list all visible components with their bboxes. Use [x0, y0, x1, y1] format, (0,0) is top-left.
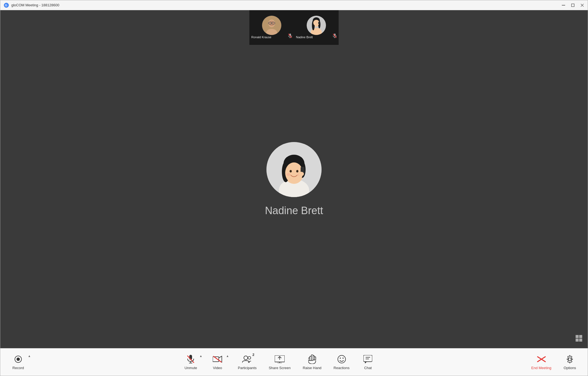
video-button[interactable]: Video	[208, 352, 227, 372]
svg-point-68	[342, 358, 344, 359]
share-screen-label: Share Screen	[269, 366, 291, 370]
svg-rect-45	[576, 339, 579, 342]
svg-point-56	[248, 356, 251, 359]
toolbar-right: End Meeting Options	[528, 352, 579, 372]
window-controls	[561, 3, 584, 7]
reactions-label: Reactions	[334, 366, 350, 370]
svg-point-39	[286, 173, 291, 176]
svg-text:G: G	[5, 4, 7, 7]
chat-label: Chat	[364, 366, 372, 370]
svg-rect-65	[308, 358, 310, 361]
close-button[interactable]	[580, 3, 584, 7]
toolbar: Record ▲	[0, 348, 588, 376]
svg-rect-24	[318, 22, 320, 24]
video-icon	[212, 354, 222, 364]
svg-rect-69	[363, 355, 372, 362]
end-meeting-label: End Meeting	[531, 366, 551, 370]
share-screen-icon	[275, 354, 285, 364]
svg-rect-3	[571, 4, 574, 7]
options-icon	[565, 354, 575, 364]
window-title: gloCOM Meeting - 188128600	[11, 3, 561, 7]
svg-point-37	[290, 170, 292, 172]
reactions-icon	[337, 354, 347, 364]
participant-thumb-nadine[interactable]: Nadine Brett	[294, 10, 338, 40]
svg-point-42	[298, 172, 304, 176]
app-window: G gloCOM Meeting - 188128600	[0, 0, 588, 376]
svg-point-48	[17, 358, 20, 361]
svg-point-55	[244, 356, 248, 360]
participant-thumb-ronald[interactable]: Ronald Krause	[250, 10, 294, 40]
raise-hand-button[interactable]: Raise Hand	[300, 352, 325, 372]
svg-rect-43	[576, 335, 579, 338]
share-screen-button[interactable]: Share Screen	[265, 352, 294, 372]
toolbar-center: Unmute ▲ Video	[181, 352, 377, 372]
participants-count-badge: 2	[252, 353, 254, 357]
record-button[interactable]: Record	[9, 352, 28, 372]
svg-rect-46	[579, 339, 582, 342]
unmute-expand-arrow[interactable]: ▲	[199, 354, 202, 358]
participants-label: Participants	[238, 366, 257, 370]
video-expand-arrow[interactable]: ▲	[226, 354, 229, 358]
unmute-button[interactable]: Unmute	[181, 352, 200, 372]
speaker-name: Nadine Brett	[265, 205, 323, 217]
svg-point-38	[296, 170, 298, 172]
participant-mute-icon-ronald	[288, 34, 292, 39]
end-meeting-icon	[536, 354, 546, 364]
participants-icon: 2	[242, 354, 252, 364]
toolbar-left: Record ▲	[9, 352, 31, 372]
participants-button[interactable]: 2 Participants	[234, 352, 260, 372]
video-label: Video	[213, 366, 222, 370]
chat-button[interactable]: Chat	[358, 352, 377, 372]
video-group: Video ▲	[208, 352, 229, 372]
raise-hand-icon	[307, 354, 317, 364]
record-icon	[13, 354, 23, 364]
svg-rect-63	[314, 357, 316, 360]
participant-avatar-ronald	[262, 16, 281, 35]
main-content: Ronald Krause	[0, 10, 588, 348]
svg-point-67	[340, 358, 341, 359]
options-label: Options	[564, 366, 576, 370]
chat-icon	[363, 354, 373, 364]
speaker-avatar	[266, 142, 322, 197]
grid-view-button[interactable]	[575, 334, 583, 343]
participant-avatar-nadine	[307, 16, 326, 35]
unmute-group: Unmute ▲	[181, 352, 202, 372]
unmute-icon	[186, 354, 196, 364]
participant-name-ronald: Ronald Krause	[251, 36, 271, 39]
participants-strip: Ronald Krause	[250, 10, 338, 40]
raise-hand-label: Raise Hand	[303, 366, 322, 370]
record-label: Record	[12, 366, 24, 370]
main-speaker-view: Nadine Brett	[0, 10, 588, 348]
unmute-label: Unmute	[185, 366, 197, 370]
app-logo: G	[4, 2, 9, 8]
maximize-button[interactable]	[571, 3, 575, 7]
record-expand-arrow[interactable]: ▲	[28, 354, 31, 358]
svg-rect-2	[562, 5, 565, 6]
minimize-button[interactable]	[561, 3, 566, 7]
reactions-button[interactable]: Reactions	[330, 352, 353, 372]
end-meeting-button[interactable]: End Meeting	[528, 352, 555, 372]
title-bar: G gloCOM Meeting - 188128600	[0, 0, 588, 10]
options-button[interactable]: Options	[560, 352, 579, 372]
participant-mute-icon-nadine	[333, 34, 337, 39]
svg-point-66	[338, 355, 346, 363]
svg-rect-44	[579, 335, 582, 338]
svg-point-74	[568, 358, 571, 361]
participant-name-nadine: Nadine Brett	[296, 36, 313, 39]
